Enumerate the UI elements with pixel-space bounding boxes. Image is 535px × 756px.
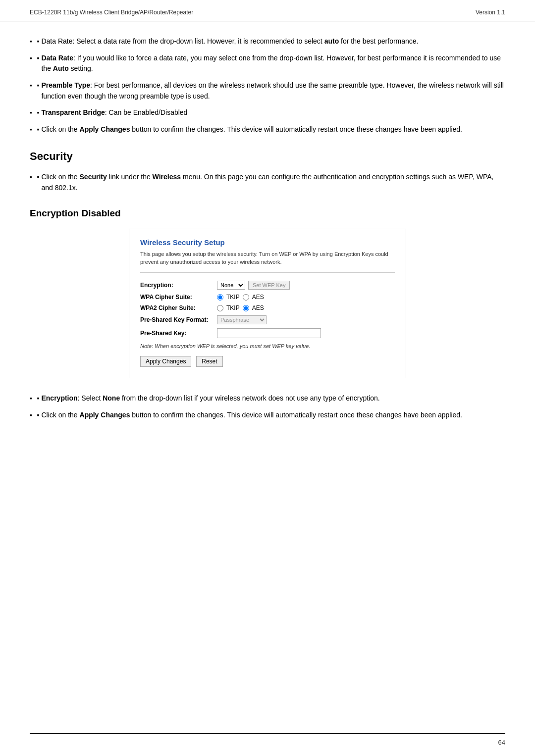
wpa2-tkip-label: TKIP <box>226 304 240 311</box>
footer-page-number: 64 <box>498 739 505 746</box>
pre-shared-format-row: Pre-Shared Key Format: Passphrase Hex <box>140 315 395 324</box>
list-item-text: Preamble Type: For best performance, all… <box>41 80 505 101</box>
wpa-cipher-label: WPA Cipher Suite: <box>140 294 217 301</box>
security-bullet-list: ▪ Click on the Security link under the W… <box>30 172 505 193</box>
set-wep-key-button[interactable]: Set WEP Key <box>248 281 290 290</box>
apply-changes-button[interactable]: Apply Changes <box>140 356 191 367</box>
pre-shared-format-select[interactable]: Passphrase Hex <box>217 315 267 324</box>
bullet-marker: ▪ <box>37 107 42 118</box>
pre-shared-key-label: Pre-Shared Key: <box>140 330 217 337</box>
bullet-marker: ▪ <box>37 410 42 421</box>
wireless-setup-title: Wireless Security Setup <box>140 238 395 247</box>
security-heading: Security <box>30 150 505 163</box>
pre-shared-key-row: Pre-Shared Key: <box>140 328 395 338</box>
encryption-select[interactable]: None WEP WPA WPA2 <box>217 281 245 290</box>
wpa2-cipher-row: WPA2 Cipher Suite: TKIP AES <box>140 304 395 311</box>
list-item-text: Click on the Security link under the Wir… <box>41 172 505 193</box>
list-item-preamble: ▪ Preamble Type: For best performance, a… <box>30 80 505 101</box>
wpa2-cipher-label: WPA2 Cipher Suite: <box>140 304 217 311</box>
wpa2-cipher-options: TKIP AES <box>217 304 264 311</box>
reset-button[interactable]: Reset <box>196 356 222 367</box>
header-left: ECB-1220R 11b/g Wireless Client Bridge/A… <box>30 9 193 16</box>
wpa2-tkip-radio[interactable] <box>217 305 223 311</box>
list-item-encryption-desc: ▪ Encryption: Select None from the drop-… <box>30 393 505 404</box>
wpa2-aes-radio[interactable] <box>243 305 249 311</box>
pre-shared-format-value: Passphrase Hex <box>217 315 267 324</box>
wpa-tkip-label: TKIP <box>226 294 240 301</box>
encryption-row: Encryption: None WEP WPA WPA2 Set WEP Ke… <box>140 281 395 290</box>
list-item-apply-2: ▪ Click on the Apply Changes button to c… <box>30 410 505 421</box>
list-item-text: Data Rate: Select a data rate from the d… <box>41 36 418 47</box>
encryption-value-group: None WEP WPA WPA2 Set WEP Key <box>217 281 290 290</box>
pre-shared-format-label: Pre-Shared Key Format: <box>140 316 217 323</box>
footer-line <box>30 733 505 734</box>
wireless-setup-box: Wireless Security Setup This page allows… <box>129 229 406 378</box>
list-item-security-desc: ▪ Click on the Security link under the W… <box>30 172 505 193</box>
bullet-marker: ▪ <box>37 53 42 64</box>
list-item-text: Click on the Apply Changes button to con… <box>41 410 462 421</box>
wpa-aes-label: AES <box>252 294 264 301</box>
wpa-cipher-options: TKIP AES <box>217 294 264 301</box>
page-container: ECB-1220R 11b/g Wireless Client Bridge/A… <box>0 0 535 756</box>
encryption-disabled-heading: Encryption Disabled <box>30 208 505 219</box>
list-item-transparent-bridge: ▪ Transparent Bridge: Can be Enabled/Dis… <box>30 107 505 118</box>
list-item-apply-1: ▪ Click on the Apply Changes button to c… <box>30 124 505 135</box>
bullet-marker: ▪ <box>37 172 42 183</box>
pre-shared-key-value <box>217 328 321 338</box>
list-item-text: Click on the Apply Changes button to con… <box>41 124 462 135</box>
wireless-setup-desc: This page allows you setup the wireless … <box>140 251 395 273</box>
bullet-marker: ▪ <box>37 36 42 47</box>
wep-note: Note: When encryption WEP is selected, y… <box>140 343 395 349</box>
wpa-cipher-row: WPA Cipher Suite: TKIP AES <box>140 294 395 301</box>
list-item-text: Encryption: Select None from the drop-do… <box>41 393 379 404</box>
list-item-data-rate-2: ▪ Data Rate: If you would like to force … <box>30 53 505 74</box>
page-header: ECB-1220R 11b/g Wireless Client Bridge/A… <box>0 0 535 21</box>
list-item-data-rate-1: ▪ Data Rate: Select a data rate from the… <box>30 36 505 47</box>
bullet-marker: ▪ <box>37 80 42 91</box>
wpa2-aes-label: AES <box>252 304 264 311</box>
header-right: Version 1.1 <box>476 9 505 16</box>
pre-shared-key-input[interactable] <box>217 328 321 338</box>
form-buttons: Apply Changes Reset <box>140 356 395 367</box>
list-item-text: Data Rate: If you would like to force a … <box>41 53 505 74</box>
bottom-bullet-list: ▪ Encryption: Select None from the drop-… <box>30 393 505 420</box>
top-bullet-list: ▪ Data Rate: Select a data rate from the… <box>30 36 505 135</box>
bullet-marker: ▪ <box>37 124 42 135</box>
bullet-marker: ▪ <box>37 393 42 404</box>
wpa-tkip-radio[interactable] <box>217 294 223 301</box>
wpa-aes-radio[interactable] <box>243 294 249 301</box>
encryption-label: Encryption: <box>140 282 217 289</box>
list-item-text: Transparent Bridge: Can be Enabled/Disab… <box>41 107 187 118</box>
main-content: ▪ Data Rate: Select a data rate from the… <box>0 21 535 460</box>
